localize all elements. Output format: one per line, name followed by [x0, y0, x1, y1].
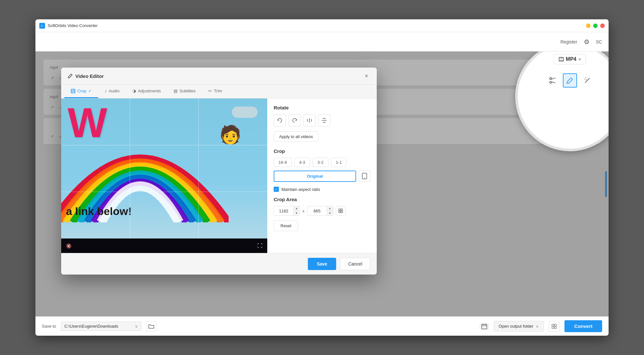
maintain-aspect-ratio-checkbox[interactable]: ✓	[274, 187, 279, 192]
save-path-selector[interactable]: C:\Users\Eugene\Downloads ∨	[61, 322, 141, 331]
close-button[interactable]	[600, 23, 605, 28]
letter-w: W	[68, 102, 107, 144]
modal-right-panel: Rotate	[267, 98, 377, 253]
crop-width-down[interactable]: ▼	[294, 211, 299, 215]
window-controls	[586, 23, 605, 28]
svg-rect-55	[554, 324, 556, 326]
audio-tab-icon: ♪	[105, 89, 107, 93]
crop-check-icon: ✓	[88, 89, 92, 93]
crop-section-title: Crop	[274, 148, 370, 154]
apply-all-videos-button[interactable]: Apply to all videos	[274, 131, 318, 142]
tab-trim[interactable]: ✂ Trim	[202, 85, 229, 98]
flip-horizontal-button[interactable]	[303, 114, 316, 126]
modal-header: Video Editor ×	[61, 68, 377, 85]
maintain-aspect-ratio-label: Maintain aspect ratio	[281, 187, 320, 192]
crop-area-inputs: ▲ ▼ x ▲ ▼	[274, 206, 370, 216]
zoom-chevron-icon: ∨	[578, 57, 581, 61]
minimize-button[interactable]	[586, 23, 591, 28]
ratio-3-2-button[interactable]: 3-2	[313, 158, 328, 167]
flip-vertical-button[interactable]	[318, 114, 330, 126]
crop-height-spinners: ▲ ▼	[327, 206, 333, 215]
subtitles-tab-icon: ▤	[174, 89, 177, 93]
ratio-4-3-button[interactable]: 4-3	[294, 158, 310, 167]
crop-height-down[interactable]: ▼	[327, 211, 333, 215]
zoom-circle-overlay: MP4 ∨	[515, 51, 609, 151]
svg-rect-14	[71, 89, 75, 93]
video-preview: W a link below! 🧑	[61, 98, 267, 253]
film-strip-icon	[559, 57, 564, 62]
rotate-right-button[interactable]	[289, 114, 301, 126]
cancel-button[interactable]: Cancel	[340, 258, 370, 270]
save-button[interactable]: Save	[308, 258, 336, 270]
crop-tab-icon	[71, 89, 75, 93]
zoom-format-row: MP4 ∨	[554, 54, 586, 64]
svg-rect-54	[552, 324, 554, 326]
tab-audio[interactable]: ♪ Audio	[98, 85, 126, 98]
maximize-button[interactable]	[593, 23, 598, 28]
edit-title-icon	[68, 73, 73, 79]
sc-label: SC	[596, 39, 602, 44]
preview-text: a link below!	[66, 205, 132, 218]
calendar-icon-wrapper	[480, 323, 489, 330]
mobile-orientation-button[interactable]	[359, 170, 370, 182]
video-preview-content: W a link below! 🧑	[61, 98, 267, 238]
fullscreen-icon[interactable]: ⛶	[257, 243, 262, 249]
save-to-label: Save to	[42, 324, 56, 329]
crop-area-section: Crop Area ▲ ▼ x	[274, 197, 370, 216]
svg-rect-56	[552, 327, 554, 329]
crop-width-spinners: ▲ ▼	[293, 206, 299, 215]
calendar-icon	[481, 323, 487, 329]
modal-title: Video Editor	[68, 73, 104, 79]
convert-button[interactable]: Convert	[564, 320, 602, 332]
trim-tab-icon: ✂	[208, 89, 212, 93]
reset-button[interactable]: Reset	[274, 220, 298, 231]
crop-height-input-wrapper: ▲ ▼	[307, 206, 333, 216]
tab-subtitles[interactable]: ▤ Subtitles	[167, 85, 202, 98]
tab-adjustments[interactable]: ◑ Adjustments	[126, 85, 167, 98]
open-output-folder-button[interactable]: Open output folder ∨	[494, 321, 544, 332]
app-header: Register ⚙ SC	[35, 32, 609, 51]
tab-crop[interactable]: Crop ✓	[64, 85, 98, 98]
video-controls: 🔇 ⛶	[61, 238, 267, 253]
zoom-cut-icon[interactable]	[545, 73, 560, 88]
rotate-section-title: Rotate	[274, 105, 370, 110]
modal-close-button[interactable]: ×	[363, 72, 370, 80]
zoom-edit-icon[interactable]	[563, 73, 577, 88]
open-output-label: Open output folder	[499, 324, 534, 329]
zoom-icon-row	[545, 73, 594, 88]
x-separator: x	[302, 209, 305, 213]
title-bar: S SoftOrbits Video Converter	[35, 19, 609, 32]
ratio-1-1-button[interactable]: 1-1	[331, 158, 347, 167]
svg-rect-28	[339, 209, 340, 210]
app-icon: S	[39, 23, 45, 29]
browse-folder-button[interactable]	[146, 321, 156, 332]
crop-width-up[interactable]: ▲	[294, 206, 299, 211]
app-window: S SoftOrbits Video Converter Register ⚙ …	[35, 19, 609, 336]
zoom-magic-icon[interactable]	[580, 73, 594, 88]
crop-width-input[interactable]	[274, 207, 293, 215]
settings-icon[interactable]: ⚙	[584, 38, 590, 46]
rotate-left-button[interactable]	[274, 114, 286, 126]
register-link[interactable]: Register	[560, 39, 577, 44]
modal-tabs: Crop ✓ ♪ Audio ◑ Adjustments ▤ Subtitles	[61, 85, 377, 98]
svg-rect-57	[554, 327, 556, 329]
zoom-mp4-badge[interactable]: MP4 ∨	[554, 54, 586, 64]
svg-rect-29	[341, 209, 343, 210]
crop-height-input[interactable]	[308, 207, 327, 215]
main-content: mp4 ▦ MP4 ∨ ↗ ⤢ 1920x1080	[35, 51, 609, 316]
character-figure: 🧑	[219, 124, 242, 145]
view-grid-button[interactable]	[549, 321, 560, 332]
crop-height-up[interactable]: ▲	[327, 206, 333, 211]
svg-line-44	[552, 82, 555, 83]
save-path-value: C:\Users\Eugene\Downloads	[64, 324, 118, 329]
video-editor-modal: Video Editor × Crop ✓ ♪ Audio	[61, 68, 377, 275]
zoom-inner: MP4 ∨	[518, 51, 609, 149]
crop-ratio-buttons: 16-9 4-3 3-2 1-1	[274, 158, 370, 167]
path-dropdown-arrow: ∨	[135, 324, 138, 329]
ratio-16-9-button[interactable]: 16-9	[274, 158, 292, 167]
original-button[interactable]: Original	[274, 171, 356, 182]
svg-rect-50	[482, 324, 487, 329]
svg-line-43	[552, 78, 555, 79]
crop-area-grid-icon[interactable]	[336, 206, 346, 216]
volume-muted-icon[interactable]: 🔇	[66, 243, 71, 248]
